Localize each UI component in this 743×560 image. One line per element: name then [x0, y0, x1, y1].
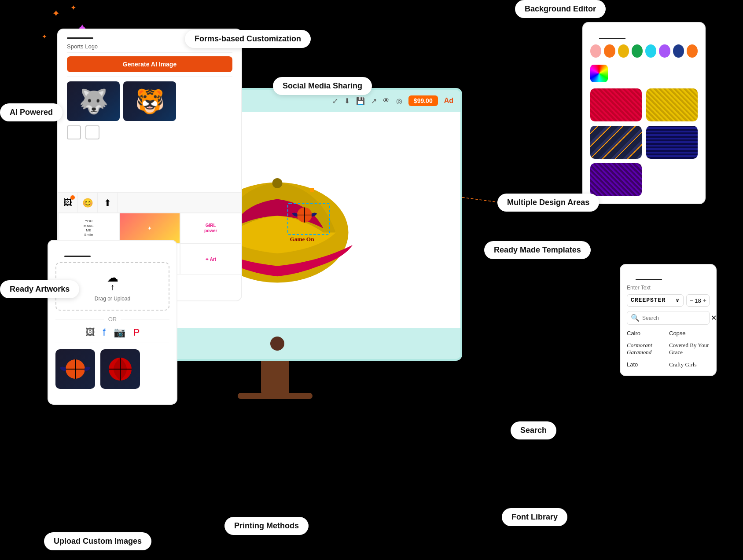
add-icon[interactable]: Ad	[444, 97, 453, 105]
font-covered[interactable]: Covered By Your Grace	[669, 341, 710, 357]
generate-ai-image-button[interactable]: Generate AI Image	[67, 56, 232, 72]
checkbox-2[interactable]	[85, 125, 99, 139]
svg-point-1	[272, 178, 283, 188]
ai-generated-images: 🐺 🐯	[67, 81, 232, 121]
upload-panel: ☁ ↑ Drag or Upload OR 🖼 f 📷 P	[48, 240, 177, 405]
preview-item-2[interactable]	[100, 349, 140, 389]
preview-logo-2-svg	[103, 351, 138, 387]
gradient-swatch[interactable]	[590, 65, 608, 82]
gift-icon[interactable]: ◎	[396, 97, 402, 105]
ready-made-label: Ready Made Templates	[494, 245, 581, 254]
swatch-orange2[interactable]	[687, 44, 698, 58]
bg-editor-bubble: Background Editor	[515, 0, 606, 18]
price-button[interactable]: $99.00	[408, 95, 438, 106]
font-search-input[interactable]	[642, 315, 708, 321]
printing-methods-label: Printing Methods	[234, 521, 299, 530]
upload-icon-item[interactable]: ⬆	[98, 193, 118, 212]
ready-made-bubble: Ready Made Templates	[484, 241, 591, 259]
upload-header-line	[64, 256, 91, 257]
facebook-icon[interactable]: f	[103, 327, 106, 338]
expand-icon[interactable]: ⤢	[332, 97, 338, 105]
swatch-orange[interactable]	[604, 44, 615, 58]
texture-red-stripes[interactable]	[590, 88, 642, 121]
social-icons-row: 🖼 f 📷 P	[55, 327, 169, 338]
swatch-green[interactable]	[632, 44, 643, 58]
upload-custom-bubble: Upload Custom Images	[44, 532, 151, 550]
artwork-1[interactable]: ✦	[119, 213, 180, 244]
star-icon-2: ✦	[70, 4, 76, 12]
forms-based-label: Forms-based Customization	[195, 34, 301, 43]
enter-text-label: Enter Text	[627, 285, 710, 291]
font-library-label: Font Library	[511, 512, 558, 521]
star-icon-1: ✦	[52, 8, 60, 19]
printing-methods-bubble: Printing Methods	[224, 517, 309, 535]
instagram-icon[interactable]: 📷	[114, 327, 125, 338]
ready-artworks-label: Ready Artworks	[10, 285, 70, 293]
bg-editor-label: Background Editor	[525, 4, 596, 13]
artwork-you-make[interactable]: YOUMAKEMESmile	[58, 213, 119, 244]
size-increase-button[interactable]: +	[703, 297, 706, 304]
multiple-design-label: Multiple Design Areas	[507, 198, 589, 207]
upload-preview-row	[55, 349, 169, 389]
font-name-display: CREEPSTER	[631, 297, 666, 304]
artworks-icons-row: 🖼 😊 ⬆	[58, 193, 241, 213]
swatch-yellow[interactable]	[618, 44, 629, 58]
font-list: Cairo Copse Cormorant Garamond Covered B…	[627, 329, 710, 369]
preview-item-1[interactable]	[55, 349, 95, 389]
ai-image-tiger[interactable]: 🐯	[123, 81, 176, 121]
texture-diagonal[interactable]	[590, 126, 642, 159]
forms-based-bubble: Forms-based Customization	[185, 30, 311, 48]
texture-purple[interactable]	[590, 163, 642, 196]
ai-image-wolf[interactable]: 🐺	[67, 81, 120, 121]
svg-text:Game On: Game On	[290, 236, 315, 242]
monitor-dot	[270, 337, 284, 351]
swatch-pink[interactable]	[590, 44, 601, 58]
toolbar-icons: ⤢ ⬇ 💾 ↗ 👁 ◎ $99.00 Ad	[332, 95, 453, 106]
font-cormorant[interactable]: Cormorant Garamond	[627, 341, 667, 357]
star-icon-4: ✦	[42, 33, 47, 40]
pinterest-icon[interactable]: P	[133, 327, 140, 338]
download-icon[interactable]: ⬇	[344, 97, 350, 105]
upload-custom-label: Upload Custom Images	[54, 537, 142, 545]
wolf-emoji: 🐺	[67, 81, 120, 121]
notification-dot	[70, 195, 75, 200]
or-divider: OR	[55, 316, 169, 322]
font-copse[interactable]: Copse	[669, 329, 710, 337]
monitor-stand	[261, 360, 289, 395]
photo-icon-item[interactable]: 🖼	[58, 193, 78, 212]
font-search-bar[interactable]: 🔍 ✕	[627, 311, 710, 325]
font-size-display: 18	[695, 297, 701, 304]
size-control: − 18 +	[686, 294, 710, 307]
texture-yellow-stripes[interactable]	[646, 88, 698, 121]
ai-divider	[67, 52, 232, 53]
texture-blue-stripes[interactable]	[646, 126, 698, 159]
upload-icon: ⬆	[104, 198, 111, 208]
font-crafty[interactable]: Crafty Girls	[669, 360, 710, 369]
emoji-icon-item[interactable]: 😊	[78, 193, 98, 212]
font-lato[interactable]: Lato	[627, 360, 667, 369]
save-icon[interactable]: 💾	[356, 97, 365, 105]
ai-powered-label: AI Powered	[10, 108, 53, 117]
font-header-line	[636, 279, 662, 280]
multiple-design-bubble: Multiple Design Areas	[497, 194, 599, 212]
size-decrease-button[interactable]: −	[689, 297, 693, 304]
font-dropdown[interactable]: CREEPSTER ∨	[627, 294, 684, 307]
font-cairo[interactable]: Cairo	[627, 329, 667, 337]
swatch-purple[interactable]	[659, 44, 670, 58]
swatch-navy[interactable]	[673, 44, 684, 58]
swatch-cyan[interactable]	[645, 44, 656, 58]
social-media-label: Social Media Sharing	[283, 81, 362, 90]
ai-powered-bubble: AI Powered	[0, 103, 63, 121]
monitor-base	[238, 393, 313, 399]
artwork-colorful[interactable]: ✦ Art	[180, 244, 241, 275]
texture-grid	[590, 88, 698, 196]
gallery-icon[interactable]: 🖼	[85, 327, 95, 338]
search-label: Search	[520, 426, 547, 435]
ready-artworks-bubble: Ready Artworks	[0, 280, 79, 298]
artwork-girl-power[interactable]: GIRLpower	[180, 213, 241, 244]
share-icon[interactable]: ↗	[371, 97, 377, 105]
search-clear-icon[interactable]: ✕	[711, 314, 717, 322]
checkbox-1[interactable]	[67, 125, 81, 139]
dropdown-arrow: ∨	[676, 297, 680, 304]
eye-icon[interactable]: 👁	[383, 97, 390, 105]
